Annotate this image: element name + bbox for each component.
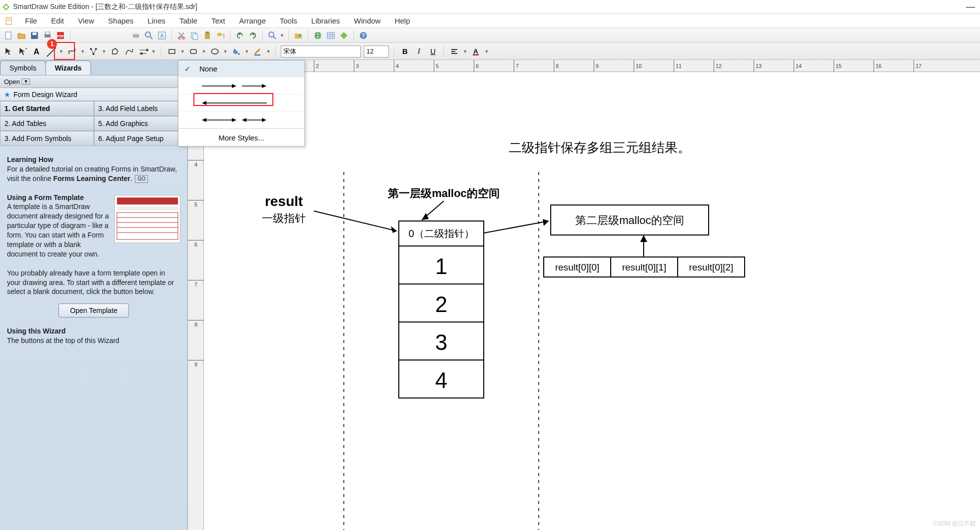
tab-symbols[interactable]: Symbols xyxy=(0,60,46,75)
panel-tabs: Symbols Wizards xyxy=(0,60,187,75)
shapes-icon[interactable] xyxy=(338,30,349,41)
step-5[interactable]: 5. Add Graphics xyxy=(94,116,188,131)
svg-marker-90 xyxy=(422,213,429,220)
connector-icon[interactable] xyxy=(88,46,99,57)
spell-check-icon[interactable] xyxy=(143,30,154,41)
font-select[interactable] xyxy=(281,46,361,58)
pointer-icon[interactable] xyxy=(3,46,14,57)
svg-text:A: A xyxy=(160,33,164,38)
bold-icon[interactable]: B xyxy=(399,46,410,57)
layer2-heading: 第二层级malloc的空间 xyxy=(575,214,684,226)
step-6[interactable]: 6. Adjust Page Setup xyxy=(94,131,188,146)
toolbar-separator xyxy=(161,46,161,57)
svg-rect-13 xyxy=(134,32,138,34)
step-3b[interactable]: 3. Add Form Symbols xyxy=(0,131,94,146)
print-preview-icon[interactable] xyxy=(130,30,141,41)
svg-point-58 xyxy=(211,49,218,54)
toolbar-separator xyxy=(353,30,354,41)
menu-view[interactable]: View xyxy=(72,16,100,26)
wizard-help: Learning How For a detailed tutorial on … xyxy=(0,146,187,354)
menu-text[interactable]: Text xyxy=(205,16,231,26)
step-1[interactable]: 1. Get Started xyxy=(0,101,94,116)
redo-icon[interactable] xyxy=(247,30,258,41)
fill-icon[interactable] xyxy=(230,46,241,57)
menu-tools[interactable]: Tools xyxy=(274,16,303,26)
menu-window[interactable]: Window xyxy=(348,16,386,26)
drawing-canvas[interactable]: 二级指针保存多组三元组结果。 result 一级指针 第一层级malloc的空间… xyxy=(204,72,980,530)
undo-icon[interactable] xyxy=(234,30,245,41)
menu-lines[interactable]: Lines xyxy=(141,16,171,26)
roundrect-icon[interactable] xyxy=(188,46,199,57)
italic-icon[interactable]: I xyxy=(413,46,424,57)
align-icon[interactable] xyxy=(449,46,460,57)
copy-icon[interactable] xyxy=(189,30,200,41)
format-painter-icon[interactable] xyxy=(215,30,226,41)
font-size-select[interactable] xyxy=(364,46,389,58)
toolbar-separator xyxy=(262,30,263,41)
rect-icon[interactable] xyxy=(166,46,177,57)
step-2[interactable]: 2. Add Tables xyxy=(0,116,94,131)
svg-rect-12 xyxy=(133,34,139,38)
svg-text:4: 4 xyxy=(435,368,447,392)
svg-text:result[0][0]: result[0][0] xyxy=(555,262,600,272)
svg-text:A: A xyxy=(474,48,479,55)
open-bar[interactable]: Open ▼ xyxy=(0,75,187,88)
svg-rect-56 xyxy=(169,50,175,54)
menu-arrange[interactable]: Arrange xyxy=(233,16,271,26)
left-panel: Symbols Wizards Open ▼ ★ Form Design Wiz… xyxy=(0,60,188,530)
arrow-more-styles[interactable]: More Styles... xyxy=(178,129,304,146)
paste-icon[interactable] xyxy=(202,30,213,41)
svg-rect-65 xyxy=(473,54,479,56)
app-logo-icon xyxy=(2,3,10,11)
menu-table[interactable]: Table xyxy=(173,16,203,26)
drawing-toolbar: + A 1 ▼ ▼ ▼ ▼ ▼ ▼ ▼ ▼ ▼ B I U ▼ A▼ ✓ Non… xyxy=(0,43,980,60)
svg-text:PDF: PDF xyxy=(57,34,64,38)
menu-libraries[interactable]: Libraries xyxy=(305,16,346,26)
tab-wizards[interactable]: Wizards xyxy=(45,60,91,75)
toolbar-separator xyxy=(275,46,276,57)
go-button[interactable]: GO xyxy=(135,175,148,183)
minimize-button[interactable]: — xyxy=(963,2,978,12)
badge-1: 1 xyxy=(47,39,57,49)
menu-edit[interactable]: Edit xyxy=(45,16,70,26)
wizard-title-row[interactable]: ★ Form Design Wizard xyxy=(0,88,187,101)
arrow-double[interactable] xyxy=(178,112,304,128)
zoom-icon[interactable] xyxy=(267,30,278,41)
step-3[interactable]: 3. Add Field Labels xyxy=(94,101,188,116)
menu-help[interactable]: Help xyxy=(389,16,416,26)
table-icon[interactable] xyxy=(325,30,336,41)
underline-icon[interactable]: U xyxy=(427,46,438,57)
line-color-icon[interactable] xyxy=(252,46,263,57)
font-color-icon[interactable]: A xyxy=(470,46,481,57)
watermark: CSDN @沉不默 xyxy=(933,520,976,528)
svg-line-50 xyxy=(93,49,96,54)
arrow-right-double[interactable] xyxy=(178,78,304,94)
ellipse-icon[interactable] xyxy=(209,46,220,57)
help-icon[interactable]: ? xyxy=(358,30,369,41)
folder-star-icon[interactable] xyxy=(293,30,304,41)
arrow-none[interactable]: ✓ None xyxy=(178,60,304,78)
open-template-button[interactable]: Open Template xyxy=(58,304,129,318)
menu-file[interactable]: File xyxy=(19,16,43,26)
svg-marker-74 xyxy=(232,118,236,122)
help-heading-2: Using a Form Template xyxy=(7,194,84,202)
save-icon[interactable] xyxy=(29,30,40,41)
pointer-plus-icon[interactable]: + xyxy=(17,46,28,57)
pdf-icon[interactable]: PDF xyxy=(55,30,66,41)
arrows-dropdown-icon[interactable] xyxy=(137,46,148,57)
polygon-icon[interactable] xyxy=(109,46,120,57)
arrow-left[interactable] xyxy=(178,94,304,112)
new-icon[interactable] xyxy=(3,30,14,41)
text-icon[interactable]: A xyxy=(31,46,42,57)
freehand-icon[interactable] xyxy=(123,46,134,57)
svg-marker-67 xyxy=(232,84,236,88)
toolbar-separator xyxy=(308,30,308,41)
globe-icon[interactable] xyxy=(312,30,323,41)
menu-shapes[interactable]: Shapes xyxy=(102,16,139,26)
cut-icon[interactable] xyxy=(176,30,187,41)
elbow-line-icon[interactable] xyxy=(66,46,77,57)
standard-toolbar: PDF A ▼ ? xyxy=(0,28,980,43)
svg-marker-41 xyxy=(5,48,11,55)
select-all-icon[interactable]: A xyxy=(156,30,167,41)
open-icon[interactable] xyxy=(16,30,27,41)
